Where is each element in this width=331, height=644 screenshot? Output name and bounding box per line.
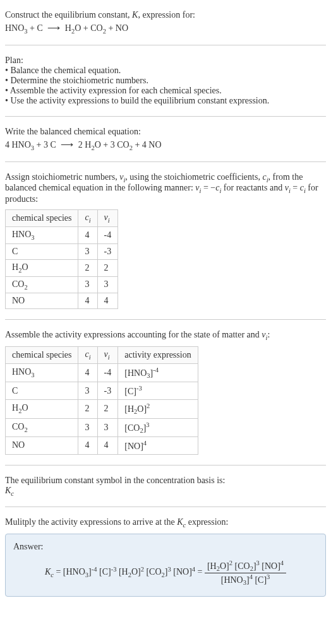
plan-item: • Balance the chemical equation. — [5, 66, 326, 76]
activity-block: Assemble the activity expressions accoun… — [5, 330, 326, 454]
divider — [5, 116, 326, 117]
cell-vi: -3 — [97, 243, 118, 259]
cell-ci: 4 — [78, 293, 97, 309]
divider — [5, 45, 326, 45]
cell-species: NO — [6, 293, 78, 309]
multiply-block: Mulitply the activity expressions to arr… — [5, 517, 326, 597]
cell-vi: 4 — [97, 436, 118, 454]
table-row: HNO34-4[HNO3]-4 — [6, 363, 198, 382]
table-row: HNO34-4 — [6, 226, 118, 243]
cell-ci: 3 — [78, 243, 97, 259]
cell-vi: 4 — [97, 293, 118, 309]
th-ci: ci — [78, 210, 97, 227]
prompt-text: Construct the equilibrium constant, K, e… — [5, 10, 326, 20]
th-species: chemical species — [6, 347, 78, 364]
divider — [5, 506, 326, 507]
balanced-heading: Write the balanced chemical equation: — [5, 127, 326, 137]
cell-expr: [HNO3]-4 — [118, 363, 198, 382]
cell-vi: 2 — [97, 400, 118, 418]
cell-ci: 3 — [78, 382, 97, 400]
table-row: H2O22 — [6, 259, 118, 276]
symbol-kc: Kc — [5, 486, 326, 497]
balanced-equation: 4 HNO3 + 3 C ⟶ 2 H2O + 3 CO2 + 4 NO — [5, 139, 326, 151]
plan-block: Plan: • Balance the chemical equation. •… — [5, 56, 326, 106]
plan-heading: Plan: — [5, 56, 326, 66]
cell-vi: -4 — [97, 363, 118, 382]
cell-vi: 3 — [97, 276, 118, 293]
cell-ci: 3 — [78, 276, 97, 293]
th-vi: νi — [97, 347, 118, 364]
cell-species: CO2 — [6, 276, 78, 293]
activity-intro: Assemble the activity expressions accoun… — [5, 330, 326, 341]
table-row: CO233 — [6, 276, 118, 293]
multiply-intro: Mulitply the activity expressions to arr… — [5, 517, 326, 529]
table-row: NO44[NO]4 — [6, 436, 198, 454]
stoich-block: Assign stoichiometric numbers, νi, using… — [5, 172, 326, 310]
cell-expr: [H2O]2 — [118, 400, 198, 418]
plan-item: • Assemble the activity expression for e… — [5, 86, 326, 96]
cell-species: H2O — [6, 259, 78, 276]
cell-ci: 2 — [78, 259, 97, 276]
kc-expression: Kc = [HNO3]-4 [C]-3 [H2O]2 [CO2]3 [NO]4 … — [13, 557, 318, 588]
answer-label: Answer: — [13, 542, 318, 552]
th-vi: νi — [97, 210, 118, 227]
answer-box: Answer: Kc = [HNO3]-4 [C]-3 [H2O]2 [CO2]… — [5, 534, 326, 597]
cell-species: NO — [6, 436, 78, 454]
cell-species: H2O — [6, 400, 78, 418]
divider — [5, 161, 326, 162]
cell-species: C — [6, 243, 78, 259]
cell-vi: 3 — [97, 418, 118, 436]
cell-expr: [NO]4 — [118, 436, 198, 454]
unbalanced-equation: HNO3 + C ⟶ H2O + CO2 + NO — [5, 23, 326, 35]
cell-vi: -3 — [97, 382, 118, 400]
cell-ci: 4 — [78, 226, 97, 243]
cell-ci: 4 — [78, 363, 97, 382]
th-expr: activity expression — [118, 347, 198, 364]
cell-ci: 2 — [78, 400, 97, 418]
table-row: NO44 — [6, 293, 118, 309]
table-row: H2O22[H2O]2 — [6, 400, 198, 418]
activity-table: chemical species ci νi activity expressi… — [5, 346, 198, 454]
cell-ci: 4 — [78, 436, 97, 454]
table-row: C3-3[C]-3 — [6, 382, 198, 400]
cell-vi: 2 — [97, 259, 118, 276]
table-row: CO233[CO2]3 — [6, 418, 198, 436]
divider — [5, 465, 326, 465]
cell-expr: [C]-3 — [118, 382, 198, 400]
table-header-row: chemical species ci νi activity expressi… — [6, 347, 198, 364]
cell-species: C — [6, 382, 78, 400]
plan-item: • Use the activity expressions to build … — [5, 96, 326, 106]
cell-vi: -4 — [97, 226, 118, 243]
plan-item: • Determine the stoichiometric numbers. — [5, 76, 326, 86]
divider — [5, 319, 326, 320]
th-species: chemical species — [6, 210, 78, 227]
stoich-table: chemical species ci νi HNO34-4 C3-3 H2O2… — [5, 209, 118, 309]
symbol-block: The equilibrium constant symbol in the c… — [5, 476, 326, 497]
stoich-intro: Assign stoichiometric numbers, νi, using… — [5, 172, 326, 205]
cell-species: HNO3 — [6, 226, 78, 243]
th-ci: ci — [78, 347, 97, 364]
table-header-row: chemical species ci νi — [6, 210, 118, 227]
cell-species: CO2 — [6, 418, 78, 436]
symbol-intro: The equilibrium constant symbol in the c… — [5, 476, 326, 486]
prompt-block: Construct the equilibrium constant, K, e… — [5, 10, 326, 35]
cell-species: HNO3 — [6, 363, 78, 382]
cell-ci: 3 — [78, 418, 97, 436]
table-row: C3-3 — [6, 243, 118, 259]
balanced-block: Write the balanced chemical equation: 4 … — [5, 127, 326, 151]
cell-expr: [CO2]3 — [118, 418, 198, 436]
